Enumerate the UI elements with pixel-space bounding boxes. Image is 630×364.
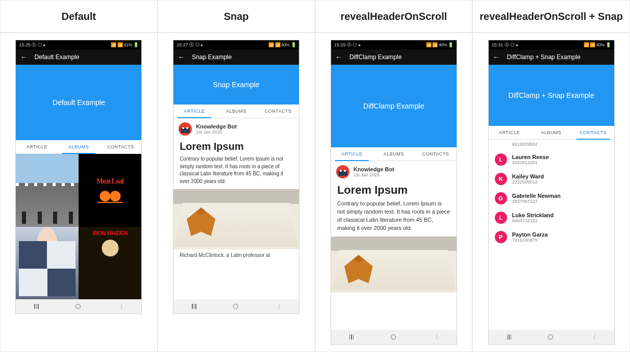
contact-name: Kailey Ward bbox=[512, 173, 544, 179]
article-body: Contrary to popular belief, Lorem Ipsum … bbox=[331, 200, 457, 237]
android-nav-bar: 〉 bbox=[331, 330, 457, 344]
tab-article[interactable]: ARTICLE bbox=[16, 140, 58, 153]
skull-icon bbox=[100, 239, 120, 262]
nav-back-icon[interactable]: 〉 bbox=[590, 333, 596, 341]
back-arrow-icon[interactable]: ← bbox=[178, 54, 185, 61]
phone-snap: 15:27 Ⓐ ◎ ▸ 📶 📶 40% 🔋 ← Snap Example Sna… bbox=[173, 40, 299, 314]
tab-albums[interactable]: ALBUMS bbox=[531, 126, 572, 139]
back-arrow-icon[interactable]: ← bbox=[335, 54, 342, 61]
nav-back-icon[interactable]: 〉 bbox=[275, 303, 281, 310]
contact-row[interactable]: K Kailey Ward 2232609512 bbox=[489, 169, 614, 189]
contact-name: Payton Garza bbox=[512, 231, 548, 238]
album-cover[interactable]: Meat Loaf bbox=[79, 154, 141, 227]
article-body: Contrary to popular belief, Lorem Ipsum … bbox=[173, 155, 299, 189]
app-bar-title: Snap Example bbox=[192, 54, 232, 61]
article-content[interactable]: Knowledge Bot 1st Jan 2025 Lorem Ipsum C… bbox=[173, 118, 299, 299]
header-hero: Default Example bbox=[16, 65, 141, 140]
app-bar: ← Snap Example bbox=[173, 49, 299, 65]
recents-icon[interactable] bbox=[349, 334, 354, 340]
tab-bar: ARTICLE ALBUMS CONTACTS bbox=[489, 126, 614, 140]
phone-default: 15:25 Ⓐ ◎ ▸ 📶 📶 41% 🔋 ← Default Example … bbox=[16, 40, 141, 314]
tab-albums[interactable]: ALBUMS bbox=[373, 147, 415, 161]
nav-back-icon[interactable]: 〉 bbox=[433, 333, 438, 341]
author-name: Knowledge Bot bbox=[196, 123, 237, 129]
tab-article[interactable]: ARTICLE bbox=[331, 147, 373, 161]
column-header-snap: Snap bbox=[158, 0, 315, 33]
tab-article[interactable]: ARTICLE bbox=[173, 105, 215, 118]
nav-back-icon[interactable]: 〉 bbox=[117, 303, 123, 310]
back-arrow-icon[interactable]: ← bbox=[20, 54, 27, 61]
contact-number: 8404732322 bbox=[512, 218, 554, 223]
column-header-reveal-snap: revealHeaderOnScroll + Snap bbox=[472, 0, 630, 33]
albums-content[interactable]: Meat Loaf IRON MAIDEN bbox=[16, 154, 141, 299]
contacts-content[interactable]: 6918839582 L Lauren Reese 4652613201 K K… bbox=[489, 140, 614, 330]
article-title: Lorem Ipsum bbox=[331, 183, 457, 200]
contact-avatar-icon: P bbox=[495, 231, 507, 243]
contact-number: 4652613201 bbox=[512, 160, 549, 165]
contact-name: Lauren Reese bbox=[512, 154, 549, 160]
article-image bbox=[173, 189, 299, 249]
contact-number: 2837997127 bbox=[512, 199, 561, 204]
tab-contacts[interactable]: CONTACTS bbox=[257, 105, 299, 118]
status-bar: 15:29 Ⓐ ◎ ▸ 📶 📶 40% 🔋 bbox=[331, 40, 457, 49]
author-avatar-icon bbox=[179, 122, 192, 136]
contact-avatar-icon: L bbox=[495, 153, 507, 166]
tab-bar: ARTICLE ALBUMS CONTACTS bbox=[331, 147, 457, 161]
android-nav-bar: 〉 bbox=[173, 299, 299, 314]
recents-icon[interactable] bbox=[507, 334, 512, 340]
album-cover[interactable] bbox=[16, 227, 79, 300]
contact-avatar-icon: L bbox=[495, 212, 507, 224]
article-footnote: Richard McClintock, a Latin professor at bbox=[173, 251, 299, 258]
home-icon[interactable] bbox=[391, 334, 396, 340]
contact-row[interactable]: G Gabrielle Newman 2837997127 bbox=[489, 189, 614, 208]
contact-row[interactable]: L Lauren Reese 4652613201 bbox=[489, 150, 614, 169]
app-bar-title: Default Example bbox=[34, 54, 79, 61]
comparison-table: Default Snap revealHeaderOnScroll reveal… bbox=[0, 0, 630, 352]
album-cover[interactable] bbox=[16, 154, 79, 227]
contact-row[interactable]: P Payton Garza 7916140875 bbox=[489, 227, 614, 247]
cell-reveal: 15:29 Ⓐ ◎ ▸ 📶 📶 40% 🔋 ← DiffClamp Exampl… bbox=[315, 33, 473, 352]
cell-snap: 15:27 Ⓐ ◎ ▸ 📶 📶 40% 🔋 ← Snap Example Sna… bbox=[158, 33, 315, 352]
header-hero: DiffClamp + Snap Example bbox=[489, 65, 614, 126]
status-bar: 15:25 Ⓐ ◎ ▸ 📶 📶 41% 🔋 bbox=[16, 40, 141, 49]
author-avatar-icon bbox=[336, 165, 349, 178]
app-bar: ← DiffClamp + Snap Example bbox=[489, 49, 614, 65]
status-bar: 15:31 Ⓐ ◎ ▸ 📶 📶 40% 🔋 bbox=[489, 40, 614, 49]
contact-name: Gabrielle Newman bbox=[512, 193, 561, 199]
tab-contacts[interactable]: CONTACTS bbox=[415, 147, 457, 161]
article-content[interactable]: Knowledge Bot 1st Jan 2025 Lorem Ipsum C… bbox=[331, 161, 457, 330]
phone-reveal-snap: 15:31 Ⓐ ◎ ▸ 📶 📶 40% 🔋 ← DiffClamp + Snap… bbox=[489, 40, 614, 344]
album-cover[interactable]: IRON MAIDEN bbox=[79, 227, 141, 300]
tab-contacts[interactable]: CONTACTS bbox=[99, 140, 141, 153]
contact-avatar-icon: K bbox=[495, 173, 507, 185]
home-icon[interactable] bbox=[233, 304, 238, 309]
tab-albums[interactable]: ALBUMS bbox=[215, 105, 257, 118]
tab-article[interactable]: ARTICLE bbox=[489, 126, 531, 139]
contact-number: 7916140875 bbox=[512, 238, 548, 243]
motorcycle-icon bbox=[97, 188, 123, 203]
contact-row[interactable]: L Luke Strickland 8404732322 bbox=[489, 208, 614, 227]
contact-number: 6918839582 bbox=[489, 140, 614, 150]
home-icon[interactable] bbox=[548, 334, 553, 340]
home-icon[interactable] bbox=[75, 304, 81, 309]
app-bar: ← DiffClamp Example bbox=[331, 49, 457, 65]
author-row: Knowledge Bot 1st Jan 2025 bbox=[173, 118, 299, 140]
android-nav-bar: 〉 bbox=[489, 330, 614, 344]
phone-reveal: 15:29 Ⓐ ◎ ▸ 📶 📶 40% 🔋 ← DiffClamp Exampl… bbox=[331, 40, 457, 344]
column-header-reveal: revealHeaderOnScroll bbox=[315, 0, 473, 33]
app-bar-title: DiffClamp Example bbox=[349, 54, 401, 61]
tab-contacts[interactable]: CONTACTS bbox=[572, 126, 614, 139]
article-image bbox=[331, 237, 457, 293]
author-name: Knowledge Bot bbox=[354, 166, 394, 172]
tab-bar: ARTICLE ALBUMS CONTACTS bbox=[173, 105, 299, 118]
recents-icon[interactable] bbox=[192, 304, 196, 309]
back-arrow-icon[interactable]: ← bbox=[493, 54, 500, 61]
contact-avatar-icon: G bbox=[495, 192, 507, 204]
header-hero: Snap Example bbox=[173, 65, 299, 105]
contact-number: 2232609512 bbox=[512, 179, 544, 185]
tab-albums[interactable]: ALBUMS bbox=[58, 140, 99, 153]
column-header-default: Default bbox=[0, 0, 158, 33]
author-date: 1st Jan 2025 bbox=[354, 172, 394, 177]
recents-icon[interactable] bbox=[34, 304, 39, 309]
cell-default: 15:25 Ⓐ ◎ ▸ 📶 📶 41% 🔋 ← Default Example … bbox=[0, 33, 158, 352]
